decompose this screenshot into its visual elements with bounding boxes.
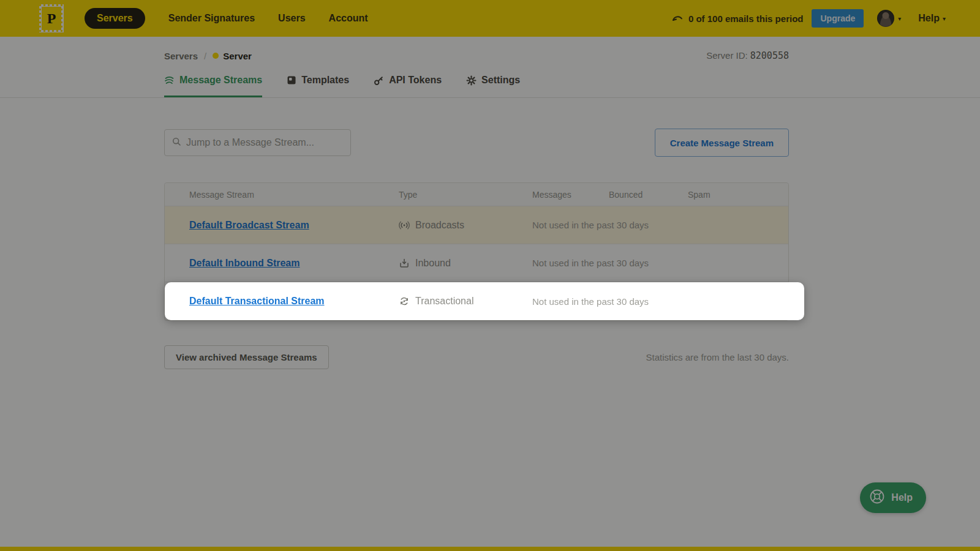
stream-status: Not used in the past 30 days [532,220,788,230]
column-header-bounced: Bounced [609,190,688,200]
message-streams-icon [164,75,175,86]
tab-message-streams[interactable]: Message Streams [164,75,262,97]
column-header-messages: Messages [532,190,609,200]
streams-toolbar: Create Message Stream [164,129,789,157]
stream-type-label: Transactional [415,296,473,307]
chevron-down-icon: ▾ [898,15,901,22]
view-archived-streams-button[interactable]: View archived Message Streams [164,345,329,369]
gear-icon [466,75,477,86]
table-header-row: Message Stream Type Messages Bounced Spa… [165,183,788,206]
breadcrumb-servers-link[interactable]: Servers [164,51,198,61]
stream-type-label: Inbound [415,258,451,269]
server-status-dot [213,53,219,59]
key-icon [374,75,384,86]
server-id-label: Server ID: [706,50,748,61]
postmark-logo-letter: P [42,7,61,30]
server-tabs: Message Streams Templates API Tokens [164,75,789,97]
tab-settings[interactable]: Settings [466,75,520,97]
help-fab-label: Help [891,492,913,503]
stream-status: Not used in the past 30 days [532,258,788,268]
lifebuoy-icon [869,488,886,508]
tab-label: Templates [301,75,349,86]
stream-search[interactable] [164,129,351,156]
email-usage: 0 of 100 emails this period [671,13,804,24]
top-navigation-bar: P Servers Sender Signatures Users Accoun… [0,0,980,37]
stream-search-input[interactable] [186,137,343,148]
email-usage-text: 0 of 100 emails this period [688,13,804,24]
breadcrumb-current-server: Server [223,51,252,61]
broadcast-icon [399,220,410,231]
breadcrumb: Servers / Server Server ID:8200558 [164,37,789,61]
create-message-stream-button[interactable]: Create Message Stream [655,129,789,157]
help-menu-label: Help [918,13,940,24]
gauge-icon [671,13,684,24]
nav-item-users[interactable]: Users [278,13,305,24]
message-streams-panel: Create Message Stream Message Stream Typ… [164,129,789,369]
stream-type-label: Broadcasts [415,220,464,231]
column-header-message-stream: Message Stream [165,190,399,200]
column-header-type: Type [399,190,532,200]
postmark-logo[interactable]: P [39,4,64,32]
stream-link-default-transactional[interactable]: Default Transactional Stream [189,296,325,306]
footer-yellow-strip [0,547,980,551]
tab-label: Settings [481,75,520,86]
table-row-broadcast: Default Broadcast Stream Broadcasts Not … [165,206,788,244]
upgrade-button[interactable]: Upgrade [812,9,864,28]
tab-label: Message Streams [179,75,262,86]
transactional-icon [399,296,410,307]
inbound-icon [399,258,410,269]
table-row-transactional-spotlight: Default Transactional Stream Transaction… [165,282,804,320]
tab-api-tokens[interactable]: API Tokens [374,75,442,97]
table-row-inbound: Default Inbound Stream Inbound Not used … [165,244,788,282]
stream-link-default-broadcast[interactable]: Default Broadcast Stream [189,220,309,230]
stream-link-default-inbound[interactable]: Default Inbound Stream [189,258,300,268]
primary-nav: Servers Sender Signatures Users Account [85,8,368,29]
breadcrumb-separator: / [204,51,206,61]
server-id-value: 8200558 [750,50,789,61]
streams-footer-bar: View archived Message Streams Statistics… [164,345,789,369]
nav-item-sender-signatures[interactable]: Sender Signatures [168,13,255,24]
templates-icon [287,75,296,85]
tab-templates[interactable]: Templates [287,75,349,97]
server-subheader: Servers / Server Server ID:8200558 Messa… [0,37,980,98]
nav-item-servers[interactable]: Servers [85,8,145,29]
help-fab-button[interactable]: Help [860,482,926,513]
nav-item-account[interactable]: Account [329,13,368,24]
tab-label: API Tokens [389,75,442,86]
search-icon [172,137,181,149]
message-streams-table: Message Stream Type Messages Bounced Spa… [164,182,789,321]
stats-note: Statistics are from the last 30 days. [646,352,789,362]
server-id: Server ID:8200558 [706,50,789,61]
column-header-spam: Spam [688,190,788,200]
stream-status: Not used in the past 30 days [532,296,804,307]
user-avatar [877,10,894,27]
chevron-down-icon: ▾ [943,15,946,22]
help-menu[interactable]: Help ▾ [918,13,946,24]
account-menu[interactable]: ▾ [877,10,901,27]
